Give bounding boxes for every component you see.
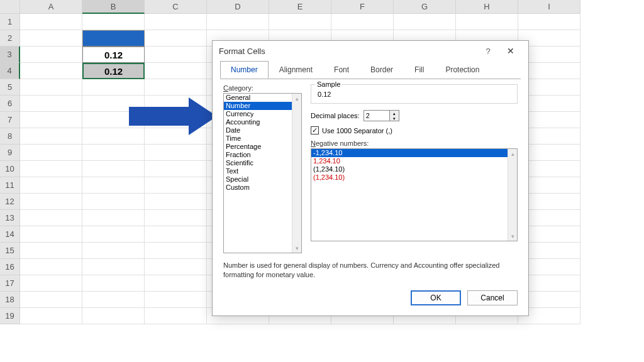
col-header[interactable]: B: [82, 0, 145, 14]
cell[interactable]: [20, 47, 82, 63]
ok-button[interactable]: OK: [411, 290, 461, 305]
cell[interactable]: [82, 79, 145, 96]
cell[interactable]: [20, 210, 82, 226]
scroll-up-icon[interactable]: ▴: [292, 94, 301, 103]
cancel-button[interactable]: Cancel: [467, 290, 518, 305]
cell[interactable]: [518, 14, 580, 30]
cell[interactable]: [269, 14, 331, 30]
spin-up-icon[interactable]: ▴: [390, 111, 399, 116]
thousands-separator-checkbox[interactable]: ✓: [311, 126, 319, 134]
col-header[interactable]: E: [269, 0, 331, 14]
cell[interactable]: [20, 161, 82, 177]
category-item[interactable]: Percentage: [224, 143, 301, 151]
cell[interactable]: [145, 47, 207, 63]
cell-b2[interactable]: [82, 30, 145, 47]
cell[interactable]: [20, 292, 82, 308]
decimal-places-spinner[interactable]: ▴▾: [364, 110, 399, 121]
row-header[interactable]: 17: [0, 275, 20, 292]
tab-number[interactable]: Number: [220, 61, 269, 79]
row-header[interactable]: 10: [0, 161, 20, 177]
cell[interactable]: [145, 177, 207, 194]
cell[interactable]: [82, 210, 145, 226]
row-header[interactable]: 7: [0, 112, 20, 128]
cell[interactable]: [20, 96, 82, 112]
cell[interactable]: [20, 79, 82, 96]
cell[interactable]: [82, 161, 145, 177]
row-header[interactable]: 14: [0, 226, 20, 243]
negative-numbers-listbox[interactable]: -1,234.10 1,234.10 (1,234.10) (1,234.10)…: [311, 148, 518, 241]
decimal-places-input[interactable]: [364, 110, 390, 121]
cell[interactable]: [82, 292, 145, 308]
category-item[interactable]: Accounting: [224, 118, 301, 126]
cell[interactable]: [82, 275, 145, 292]
cell[interactable]: [20, 145, 82, 161]
row-header[interactable]: 11: [0, 177, 20, 194]
col-header[interactable]: H: [456, 0, 518, 14]
cell[interactable]: [20, 128, 82, 145]
cell-b3[interactable]: 0.12: [82, 47, 145, 63]
cell[interactable]: [145, 259, 207, 275]
cell[interactable]: [20, 259, 82, 275]
row-header[interactable]: 12: [0, 194, 20, 210]
dialog-titlebar[interactable]: Format Cells ? ✕: [213, 41, 528, 61]
cell[interactable]: [20, 194, 82, 210]
scroll-down-icon[interactable]: ▾: [292, 243, 301, 253]
help-button[interactable]: ?: [477, 47, 499, 56]
cell[interactable]: [20, 226, 82, 243]
col-header[interactable]: A: [20, 0, 82, 14]
category-item[interactable]: Custom: [224, 184, 301, 192]
category-item[interactable]: Scientific: [224, 159, 301, 167]
cell[interactable]: [145, 161, 207, 177]
category-item-number[interactable]: Number: [224, 102, 301, 110]
cell[interactable]: [82, 243, 145, 259]
cell[interactable]: [145, 275, 207, 292]
tab-protection[interactable]: Protection: [435, 61, 490, 79]
tab-font[interactable]: Font: [323, 61, 360, 79]
category-listbox[interactable]: General Number Currency Accounting Date …: [223, 93, 302, 253]
cell[interactable]: [82, 259, 145, 275]
col-header[interactable]: D: [207, 0, 269, 14]
row-header[interactable]: 1: [0, 14, 20, 30]
cell[interactable]: [82, 194, 145, 210]
col-header[interactable]: C: [145, 0, 207, 14]
cell[interactable]: [145, 210, 207, 226]
category-item[interactable]: Time: [224, 134, 301, 143]
row-header[interactable]: 8: [0, 128, 20, 145]
cell[interactable]: [145, 30, 207, 47]
category-item[interactable]: General: [224, 94, 301, 102]
cell[interactable]: [207, 14, 269, 30]
cell[interactable]: [20, 30, 82, 47]
cell[interactable]: [20, 308, 82, 324]
cell[interactable]: [145, 194, 207, 210]
cell[interactable]: [145, 79, 207, 96]
row-header[interactable]: 4: [0, 63, 20, 79]
cell[interactable]: [82, 177, 145, 194]
row-header[interactable]: 6: [0, 96, 20, 112]
cell[interactable]: [145, 14, 207, 30]
cell[interactable]: [331, 14, 394, 30]
scroll-down-icon[interactable]: ▾: [508, 231, 517, 241]
row-header[interactable]: 15: [0, 243, 20, 259]
row-header[interactable]: 13: [0, 210, 20, 226]
negative-item[interactable]: (1,234.10): [311, 165, 517, 173]
cell[interactable]: [20, 275, 82, 292]
cell[interactable]: [456, 14, 518, 30]
row-header[interactable]: 18: [0, 292, 20, 308]
col-header[interactable]: G: [394, 0, 456, 14]
cell[interactable]: [145, 292, 207, 308]
cell[interactable]: [145, 308, 207, 324]
negative-item[interactable]: (1,234.10): [311, 173, 517, 182]
cell[interactable]: [145, 243, 207, 259]
category-item[interactable]: Special: [224, 175, 301, 184]
cell[interactable]: [20, 63, 82, 79]
category-item[interactable]: Currency: [224, 110, 301, 118]
cell[interactable]: [145, 63, 207, 79]
cell[interactable]: [20, 112, 82, 128]
cell[interactable]: [20, 177, 82, 194]
category-item[interactable]: Text: [224, 167, 301, 175]
negative-item[interactable]: -1,234.10: [311, 149, 517, 157]
category-item[interactable]: Date: [224, 126, 301, 134]
scroll-up-icon[interactable]: ▴: [508, 149, 517, 158]
row-header[interactable]: 9: [0, 145, 20, 161]
cell[interactable]: [82, 145, 145, 161]
